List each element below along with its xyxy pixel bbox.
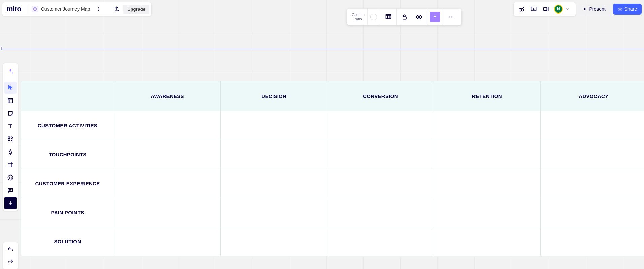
svg-point-14 (521, 8, 524, 11)
user-avatar[interactable]: N (554, 5, 563, 14)
table-header-col[interactable]: DECISION (221, 81, 327, 111)
table-cell[interactable] (540, 198, 644, 227)
table-row-header[interactable]: TOUCHPOINTS (21, 140, 114, 169)
table-header-empty[interactable] (21, 81, 114, 111)
divider (28, 5, 28, 14)
lock-button[interactable] (399, 11, 410, 22)
table-row-header[interactable]: CUSTOMER ACTIVITIES (21, 111, 114, 140)
svg-rect-20 (8, 137, 10, 138)
svg-point-21 (11, 137, 13, 138)
table-cell[interactable] (434, 227, 540, 256)
undo-redo-panel (3, 242, 18, 269)
sticky-note-tool[interactable] (4, 107, 17, 119)
topbar-left: miro Customer Journey Map Upgrade (2, 2, 151, 16)
svg-rect-25 (8, 188, 12, 191)
table-cell[interactable] (221, 140, 327, 169)
svg-point-23 (9, 177, 10, 177)
table-cell[interactable] (114, 198, 221, 227)
svg-point-2 (98, 7, 99, 8)
text-tool[interactable] (4, 120, 17, 132)
table-cell[interactable] (221, 169, 327, 198)
table-cell[interactable] (327, 198, 434, 227)
more-options-button[interactable] (446, 11, 457, 22)
ai-tool[interactable] (4, 65, 17, 77)
undo-button[interactable] (4, 244, 17, 256)
table-cell[interactable] (221, 111, 327, 140)
table-header-col[interactable]: ADVOCACY (540, 81, 644, 111)
svg-point-24 (11, 177, 11, 177)
share-label: Share (624, 6, 637, 12)
svg-point-10 (449, 17, 450, 18)
present-screen-button[interactable] (528, 4, 539, 15)
record-button[interactable] (541, 4, 551, 15)
select-tool[interactable] (4, 82, 17, 94)
table-cell[interactable] (540, 111, 644, 140)
emoji-tool[interactable] (4, 171, 17, 184)
table-cell[interactable] (327, 140, 434, 169)
table-row-header[interactable]: PAIN POINTS (21, 198, 114, 227)
frame-rename-button[interactable] (383, 11, 394, 22)
table-cell[interactable] (540, 169, 644, 198)
table-header-col[interactable]: RETENTION (434, 81, 540, 111)
table-header-col[interactable]: AWARENESS (114, 81, 221, 111)
board-title[interactable]: Customer Journey Map (41, 6, 94, 12)
share-button[interactable]: Share (613, 4, 642, 15)
present-button[interactable]: Present (578, 4, 610, 15)
left-toolbar (3, 63, 18, 211)
upgrade-button[interactable]: Upgrade (123, 5, 149, 14)
svg-point-18 (620, 8, 621, 9)
table-row-header[interactable]: SOLUTION (21, 227, 114, 256)
table-cell[interactable] (434, 111, 540, 140)
templates-tool[interactable] (4, 95, 17, 107)
svg-rect-19 (8, 98, 12, 103)
topbar-right: N Present Share (514, 2, 642, 16)
table-cell[interactable] (114, 111, 221, 140)
svg-point-1 (34, 8, 36, 10)
board-icon (32, 6, 38, 12)
miro-logo[interactable]: miro (6, 5, 25, 14)
table-cell[interactable] (114, 140, 221, 169)
board-menu-button[interactable] (93, 4, 104, 15)
svg-point-3 (98, 9, 99, 10)
export-button[interactable] (111, 4, 122, 15)
pen-tool[interactable] (4, 146, 17, 158)
table-cell[interactable] (327, 169, 434, 198)
svg-point-4 (98, 10, 99, 11)
svg-rect-16 (544, 8, 547, 10)
svg-point-17 (619, 8, 620, 9)
table-cell[interactable] (221, 227, 327, 256)
journey-map-table[interactable]: AWARENESS DECISION CONVERSION RETENTION … (21, 81, 644, 256)
svg-point-22 (8, 175, 13, 180)
frame-toolbar: Custom ratio (347, 9, 461, 25)
user-menu-chevron[interactable] (563, 4, 572, 15)
table-cell[interactable] (114, 169, 221, 198)
collab-reactions-button[interactable] (516, 4, 527, 15)
frame-tool[interactable] (4, 159, 17, 171)
table-row-header[interactable]: CUSTOMER EXPERIENCE (21, 169, 114, 198)
more-tools-button[interactable] (4, 197, 17, 209)
frame-top-border (0, 49, 644, 49)
svg-point-11 (451, 17, 452, 18)
svg-rect-7 (389, 15, 391, 19)
table-cell[interactable] (114, 227, 221, 256)
divider (108, 5, 108, 14)
svg-point-12 (452, 17, 453, 18)
comment-tool[interactable] (4, 184, 17, 196)
aspect-ratio-label[interactable]: Custom ratio (352, 12, 365, 21)
frame-background-color-swatch[interactable] (370, 14, 377, 20)
table-cell[interactable] (434, 169, 540, 198)
hide-frame-button[interactable] (413, 11, 424, 22)
svg-rect-8 (403, 17, 406, 19)
redo-button[interactable] (4, 256, 17, 268)
table-cell[interactable] (221, 198, 327, 227)
table-cell[interactable] (540, 140, 644, 169)
ai-button[interactable] (430, 12, 440, 22)
table-header-col[interactable]: CONVERSION (327, 81, 434, 111)
table-cell[interactable] (540, 227, 644, 256)
table-cell[interactable] (327, 227, 434, 256)
selection-handle-nw[interactable] (0, 47, 2, 50)
table-cell[interactable] (434, 198, 540, 227)
table-cell[interactable] (327, 111, 434, 140)
table-cell[interactable] (434, 140, 540, 169)
shapes-tool[interactable] (4, 133, 17, 145)
